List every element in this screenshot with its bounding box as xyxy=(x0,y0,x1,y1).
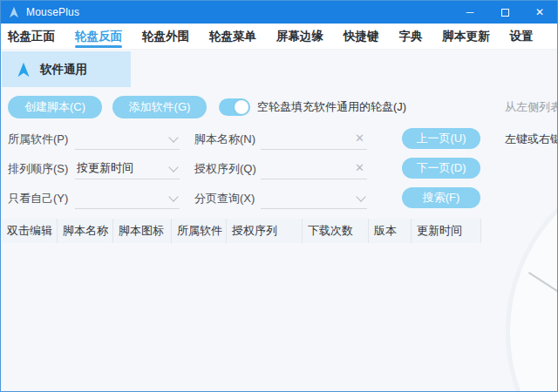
page-query-label: 分页查询(X) xyxy=(194,187,255,210)
results-table-header: 双击编辑 脚本名称 脚本图标 所属软件 授权序列 下载次数 版本 更新时间 xyxy=(2,219,481,243)
window-title: MousePlus xyxy=(26,6,79,18)
tab-bar: 轮盘正面 轮盘反面 轮盘外围 轮盘菜单 屏幕边缘 快捷键 字典 脚本更新 设置 xyxy=(1,24,557,50)
next-page-button[interactable]: 下一页(D) xyxy=(402,158,480,179)
maximize-icon xyxy=(501,9,509,17)
filter-row-2: 排列顺序(S) 按更新时间 授权序列(Q) ✕ 下一页(D) xyxy=(1,158,557,180)
tab-wheel-front[interactable]: 轮盘正面 xyxy=(8,24,55,49)
col-script-name[interactable]: 脚本名称 xyxy=(58,219,113,243)
cursor-triangle-icon xyxy=(16,62,31,78)
title-bar: MousePlus ─ ✕ xyxy=(1,1,557,24)
mouse-button-hint-text: 左键或右键 xyxy=(505,128,558,151)
toggle-knob xyxy=(235,100,248,114)
script-name-label: 脚本名称(N) xyxy=(194,128,255,151)
col-download-count[interactable]: 下载次数 xyxy=(303,219,369,243)
owner-software-label: 所属软件(P) xyxy=(8,128,68,151)
sort-order-label: 排列顺序(S) xyxy=(8,158,68,180)
license-serial-label: 授权序列(Q) xyxy=(194,158,256,180)
tab-dictionary[interactable]: 字典 xyxy=(399,24,423,49)
col-double-click-edit[interactable]: 双击编辑 xyxy=(2,219,58,243)
create-script-button[interactable]: 创建脚本(C) xyxy=(8,96,102,118)
license-serial-input[interactable]: ✕ xyxy=(261,158,367,179)
app-window: MousePlus ─ ✕ 轮盘正面 轮盘反面 轮盘外围 轮盘菜单 屏幕边缘 快… xyxy=(0,0,558,392)
minimize-button[interactable]: ─ xyxy=(453,1,487,24)
col-script-icon[interactable]: 脚本图标 xyxy=(113,219,172,243)
chevron-down-icon xyxy=(168,132,178,142)
app-logo-icon xyxy=(8,6,20,18)
tab-script-update[interactable]: 脚本更新 xyxy=(443,24,490,49)
chevron-down-icon xyxy=(168,192,178,201)
left-list-hint-text: 从左侧列表 xyxy=(505,98,558,116)
sort-order-select[interactable]: 按更新时间 xyxy=(75,158,180,179)
filter-row-1: 所属软件(P) 脚本名称(N) ✕ 上一页(U) 左键或右键 xyxy=(1,128,557,151)
maximize-button[interactable] xyxy=(487,1,522,24)
content-area: 软件通用 创建脚本(C) 添加软件(G) 空轮盘填充软件通用的轮盘(J) 从左侧… xyxy=(1,1,557,391)
col-owner-software[interactable]: 所属软件 xyxy=(172,219,227,243)
close-button[interactable]: ✕ xyxy=(522,1,557,24)
chevron-down-icon xyxy=(356,192,365,201)
tab-hotkeys[interactable]: 快捷键 xyxy=(344,24,379,49)
search-button[interactable]: 搜索(F) xyxy=(402,187,480,208)
add-software-button[interactable]: 添加软件(G) xyxy=(112,96,207,118)
col-version[interactable]: 版本 xyxy=(369,219,412,243)
section-header-general[interactable]: 软件通用 xyxy=(2,51,131,87)
col-update-time[interactable]: 更新时间 xyxy=(412,219,481,243)
prev-page-button[interactable]: 上一页(U) xyxy=(402,128,480,149)
only-mine-label: 只看自己(Y) xyxy=(8,187,68,210)
page-query-select[interactable] xyxy=(261,187,367,209)
owner-software-select[interactable] xyxy=(75,128,180,150)
tab-screen-edge[interactable]: 屏幕边缘 xyxy=(276,24,323,49)
clear-icon[interactable]: ✕ xyxy=(355,131,364,146)
script-name-input[interactable]: ✕ xyxy=(261,128,367,150)
section-title: 软件通用 xyxy=(40,62,87,78)
window-controls: ─ ✕ xyxy=(453,1,557,24)
sort-order-value: 按更新时间 xyxy=(75,158,180,179)
toggle-label: 空轮盘填充软件通用的轮盘(J) xyxy=(257,98,406,116)
tab-settings[interactable]: 设置 xyxy=(510,24,534,49)
tab-wheel-menu[interactable]: 轮盘菜单 xyxy=(209,24,256,49)
only-mine-select[interactable] xyxy=(75,187,180,209)
tab-wheel-outer[interactable]: 轮盘外围 xyxy=(142,24,189,49)
fill-empty-wheel-toggle[interactable] xyxy=(219,98,250,116)
col-license-serial[interactable]: 授权序列 xyxy=(227,219,303,243)
clear-icon[interactable]: ✕ xyxy=(355,160,364,176)
tab-wheel-back[interactable]: 轮盘反面 xyxy=(75,24,122,49)
filter-row-3: 只看自己(Y) 分页查询(X) 搜索(F) xyxy=(1,187,557,210)
